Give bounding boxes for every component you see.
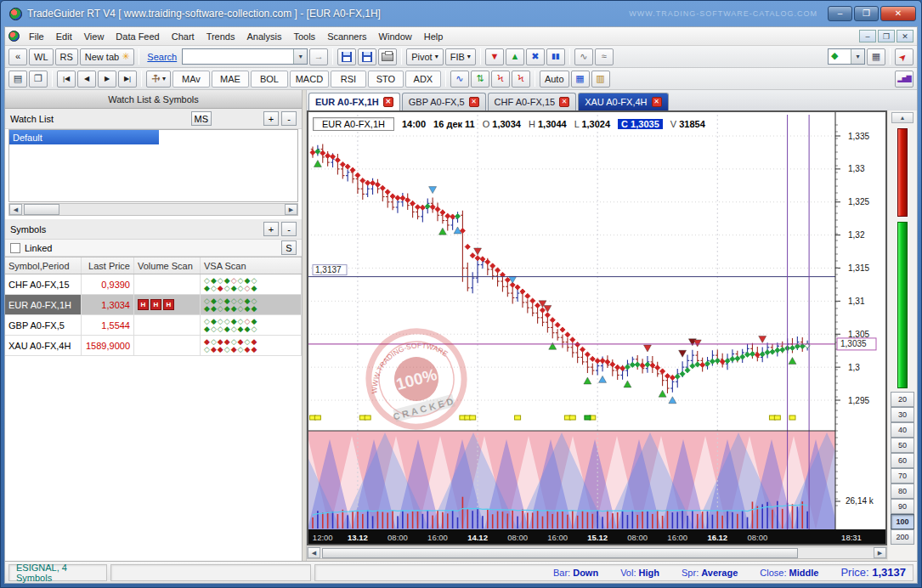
pin-button[interactable] [895, 48, 914, 65]
mdi-minimize-button[interactable]: – [859, 30, 876, 42]
remove-symbol-button[interactable]: - [281, 222, 297, 236]
marker-style-dropdown-icon[interactable]: ▾ [851, 49, 864, 64]
layout-grid-button[interactable]: ▦ [867, 48, 885, 65]
menu-tools[interactable]: Tools [287, 30, 321, 43]
histogram-tool-button[interactable]: ▮▮ [546, 48, 565, 65]
menu-view[interactable]: View [78, 30, 110, 43]
zoom-40-button[interactable]: 40 [891, 422, 914, 438]
auto-button[interactable]: Auto [540, 71, 569, 88]
macd-button[interactable]: MACD [290, 71, 329, 88]
maximize-button[interactable]: ❐ [854, 6, 879, 21]
mae-button[interactable]: MAE [212, 71, 249, 88]
tab-close-icon[interactable]: ✕ [559, 97, 569, 107]
last-bar-button[interactable]: ▶| [118, 71, 137, 88]
table-row-xau[interactable]: XAU A0-FX,4H 1589,9000 ◆◇◆◆◇◆◇◆◇◆◆◇◆◇◆◆ [5, 336, 302, 356]
tab-xau[interactable]: XAU A0-FX,4H✕ [578, 93, 668, 110]
zoom-50-button[interactable]: 50 [891, 438, 914, 453]
symbol-search-combobox[interactable]: ▾ [182, 48, 308, 65]
table-view2-button[interactable]: ▥ [591, 71, 610, 88]
tab-gbp[interactable]: GBP A0-FX,5✕ [402, 93, 486, 110]
rsi-button[interactable]: RSI [331, 71, 366, 88]
scroll-up-button[interactable]: ▲ [891, 112, 914, 123]
trend-tool-button[interactable]: ∿ [574, 48, 593, 65]
channel-tool-button[interactable]: ≈ [595, 48, 614, 65]
delete-marker-button[interactable]: ✖ [526, 48, 545, 65]
chart-h-scrollbar[interactable]: ◀ ▶ [307, 546, 887, 559]
close-button[interactable]: ✕ [880, 6, 916, 21]
sell-marker-button[interactable]: ▼ [485, 48, 504, 65]
s-button[interactable]: S [281, 240, 297, 255]
scroll-left-button[interactable]: ◀ [9, 204, 22, 215]
menu-scanners[interactable]: Scanners [321, 30, 372, 43]
combobox-dropdown-icon[interactable]: ▾ [293, 49, 307, 64]
scroll-right-button[interactable]: ▶ [285, 204, 297, 215]
scroll-right-button[interactable]: ▶ [874, 547, 886, 558]
zoom-90-button[interactable]: 90 [891, 499, 914, 514]
add-symbol-button[interactable]: + [263, 222, 279, 236]
table-row-eur[interactable]: EUR A0-FX,1H 1,3034 HHH ◇◆◇◆◇◇◆◇◆◆◇◆◆◇◆◆ [5, 295, 302, 315]
first-bar-button[interactable]: |◀ [57, 71, 76, 88]
zoom-100-button[interactable]: 100 [891, 514, 914, 529]
collapse-panel-button[interactable]: « [8, 48, 27, 65]
zoom-70-button[interactable]: 70 [891, 468, 914, 483]
menu-help[interactable]: Help [418, 30, 450, 43]
next-bar-button[interactable]: ▶ [98, 71, 116, 88]
zigzag2-button[interactable]: Ϟ [512, 71, 530, 88]
minimize-button[interactable]: – [828, 6, 852, 21]
save-all-button[interactable] [358, 48, 376, 65]
mdi-restore-button[interactable]: ❐ [878, 30, 895, 42]
tab-chf[interactable]: CHF A0-FX,15✕ [488, 93, 577, 110]
save-button[interactable] [337, 48, 356, 65]
buy-marker-button[interactable]: ▲ [506, 48, 524, 65]
linked-checkbox[interactable] [10, 243, 20, 253]
zoom-200-button[interactable]: 200 [891, 529, 914, 545]
prev-bar-button[interactable]: ◀ [77, 71, 96, 88]
col-symbol-period[interactable]: Symbol,Period [5, 257, 82, 274]
watchlist-item-default[interactable]: Default [9, 130, 159, 144]
marker-style-combobox[interactable]: ◆▾ [828, 48, 865, 65]
price-chart[interactable]: 1,3351,331,3251,321,3151,311,3051,31,295… [307, 110, 887, 546]
wl-button[interactable]: WL [29, 48, 54, 65]
vsa-histogram-button[interactable]: ▂▅▇ [895, 71, 914, 88]
menu-analysis[interactable]: Analysis [240, 30, 287, 43]
menu-data-feed[interactable]: Data Feed [110, 30, 165, 43]
tab-eur[interactable]: EUR A0-FX,1H✕ [308, 93, 400, 110]
table-view-button[interactable]: ▦ [571, 71, 590, 88]
bol-button[interactable]: BOL [251, 71, 288, 88]
ms-button[interactable]: MS [191, 111, 212, 126]
go-button[interactable]: → [309, 48, 328, 65]
col-last-price[interactable]: Last Price [82, 257, 134, 274]
copy-chart-button[interactable]: ❐ [29, 71, 48, 88]
scroll-thumb[interactable] [24, 204, 59, 215]
add-watchlist-button[interactable]: + [263, 111, 279, 126]
table-row-gbp[interactable]: GBP A0-FX,5 1,5544 ◇◆◇◇◆◇◇◆◆◇◇◆◇◆◆◇ [5, 315, 302, 336]
adx-button[interactable]: ADX [405, 71, 441, 88]
search-link[interactable]: Search [147, 52, 177, 62]
zigzag-button[interactable]: Ϟ [491, 71, 510, 88]
updown-indicator-button[interactable]: ⇅ [471, 71, 489, 88]
tab-close-icon[interactable]: ✕ [469, 97, 479, 107]
chart-svg[interactable]: 1,3351,331,3251,321,3151,311,3051,31,295… [308, 111, 886, 545]
tab-close-icon[interactable]: ✕ [383, 97, 393, 107]
zoom-60-button[interactable]: 60 [891, 453, 914, 468]
tab-close-icon[interactable]: ✕ [652, 97, 662, 107]
menu-window[interactable]: Window [373, 30, 418, 43]
col-volume-scan[interactable]: Volume Scan [134, 257, 201, 274]
menu-file[interactable]: File [23, 30, 50, 43]
fib-dropdown-button[interactable]: FIB▾ [445, 48, 476, 65]
chart-page-button[interactable]: ▤ [8, 71, 27, 88]
watchlist-scrollbar[interactable]: ◀ ▶ [8, 203, 298, 216]
tools-dropdown-button[interactable]: ⚒▾ [146, 71, 171, 88]
scroll-left-button[interactable]: ◀ [308, 547, 320, 558]
zoom-20-button[interactable]: 20 [891, 392, 914, 407]
remove-watchlist-button[interactable]: - [281, 111, 297, 126]
col-vsa-scan[interactable]: VSA Scan [201, 257, 302, 274]
zoom-30-button[interactable]: 30 [891, 407, 914, 422]
wave-indicator-button[interactable]: ∿ [450, 71, 469, 88]
new-tab-button[interactable]: New tab✳ [80, 48, 135, 65]
menu-chart[interactable]: Chart [166, 30, 201, 43]
print-button[interactable] [378, 48, 397, 65]
title-bar[interactable]: TradeGuider RT V4 [ www.traiding-softwar… [1, 1, 921, 26]
table-row-chf[interactable]: CHF A0-FX,15 0,9390 ◇◆◇◆◇◇◆◇◆◇◆◇◆◇◇◆ [5, 274, 302, 295]
rs-button[interactable]: RS [55, 48, 78, 65]
